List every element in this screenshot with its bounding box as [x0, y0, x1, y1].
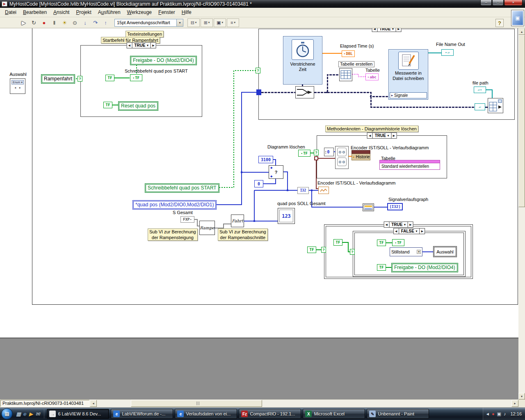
horizontal-scrollbar[interactable]: ◂ ▸ — [90, 400, 518, 407]
stillstand-enum-constant[interactable]: Stillstand ▾ — [390, 247, 422, 256]
case-next-icon[interactable]: ▶ — [151, 43, 156, 48]
reset-quad-pos-node[interactable]: Reset quad pos — [118, 101, 158, 111]
menu-item-ausführen[interactable]: Ausführen — [95, 8, 124, 16]
rampenfahrt-node[interactable]: Rampenfahrt — [41, 74, 75, 84]
case-next-icon[interactable]: ▶ — [420, 228, 425, 234]
case-next-icon[interactable]: ▶ — [396, 28, 401, 32]
write-measurement-file-express-vi[interactable]: Messwerte inDatei schreiben ▸ Signale — [388, 49, 428, 100]
menu-item-fenster[interactable]: Fenster — [155, 8, 178, 16]
reorder-button[interactable]: ≡▾ — [227, 18, 239, 27]
menu-item-projekt[interactable]: Projekt — [73, 8, 94, 16]
align-objects-button[interactable]: ⊟▾ — [187, 18, 200, 27]
path-pass-node[interactable]: ▱ — [475, 103, 485, 110]
step-into-button[interactable]: ↓ — [80, 18, 90, 27]
boolean-constant[interactable]: TF — [105, 75, 114, 81]
tray-chevron-icon[interactable]: ◀ — [486, 412, 489, 416]
case-prev-icon[interactable]: ◀ — [127, 43, 132, 48]
highlight-execution-button[interactable]: ☀ — [60, 18, 69, 27]
fxp-terminal[interactable]: FXP▸ — [180, 216, 194, 223]
minimize-button[interactable]: – — [480, 0, 492, 6]
chart-history-cluster[interactable] — [335, 146, 349, 169]
case-prev-icon[interactable]: ◀ — [394, 228, 399, 234]
historie-property-node[interactable]: ▸Historie — [352, 150, 370, 160]
merge-signals-node[interactable] — [295, 86, 314, 98]
menu-item-datei[interactable]: Datei — [2, 8, 20, 16]
case4-selector-terminal[interactable]: ? — [321, 247, 326, 253]
build-table-node[interactable] — [339, 68, 352, 81]
vi-icon[interactable]: ▣ — [511, 10, 524, 26]
quad-pos-node[interactable]: *quad pos (Mod2/DIO0,Mod2/DIO1) — [132, 200, 217, 210]
numeric-constant-0[interactable]: 0 — [254, 180, 263, 187]
case-selector[interactable]: ◀ TRUE▾ ▶ — [367, 132, 397, 139]
case3-reference-tunnel[interactable] — [314, 156, 318, 160]
security-icon[interactable]: ● — [492, 411, 495, 417]
internet-explorer-icon[interactable]: e — [23, 411, 26, 417]
case-selector[interactable]: ◀ TRUE▾ ▶ — [372, 28, 402, 32]
encoder-chart-terminal[interactable] — [318, 187, 329, 194]
taskbar-button-excel[interactable]: XMicrosoft Excel — [303, 409, 365, 419]
show-desktop-icon[interactable]: ▦ — [16, 411, 21, 417]
taskbar-button-filezilla[interactable]: FzCompactRIO - 192.1... — [239, 409, 301, 419]
index-spinner[interactable]: ▴▾ — [325, 150, 326, 154]
taskbar-button-labview[interactable]: →6 LabVIEW 8.6 Dev... — [47, 409, 109, 419]
scroll-right-button[interactable]: ▸ — [511, 400, 518, 407]
step-over-button[interactable]: ↷ — [91, 18, 100, 27]
case1-selector-terminal[interactable]: ? — [78, 76, 82, 82]
abort-button[interactable]: ● — [39, 18, 49, 27]
vertical-scrollbar-thumb[interactable] — [518, 35, 525, 207]
boolean-constant[interactable]: TF — [377, 264, 386, 271]
select-function[interactable]: ◆ ? ◆ — [269, 165, 283, 179]
font-selector[interactable]: 15pt Anwendungsschriftart ▾ — [114, 19, 183, 27]
boolean-constant[interactable]: TF — [333, 239, 342, 246]
run-button[interactable]: ▶ — [19, 18, 28, 27]
standard-wiederherstellen-method-node[interactable]: Standard wiederherstellen — [379, 160, 440, 170]
titlebar[interactable]: ▶ MyHostCode [MyHostCode.lvlib:MyHostCod… — [0, 0, 525, 8]
menu-item-ansicht[interactable]: Ansicht — [50, 8, 73, 16]
context-help-button[interactable]: ? — [495, 19, 504, 27]
case-next-icon[interactable]: ▶ — [408, 222, 413, 227]
distribute-objects-button[interactable]: ⊞▾ — [201, 18, 213, 27]
boolean-terminal[interactable]: ▸TF — [392, 239, 404, 246]
resize-objects-button[interactable]: ▣▾ — [214, 18, 226, 27]
boolean-constant[interactable]: TF — [103, 102, 112, 108]
case-prev-icon[interactable]: ◀ — [368, 133, 372, 138]
boolean-constant[interactable]: TF — [377, 240, 386, 246]
clock[interactable]: 12:16 — [510, 411, 522, 416]
horizontal-scrollbar-thumb[interactable] — [131, 400, 262, 407]
case-prev-icon[interactable]: ◀ — [372, 28, 377, 32]
taskbar-button-paint[interactable]: ✎Unbenannt - Paint — [367, 409, 429, 419]
boolean-constant[interactable]: TF — [307, 247, 316, 253]
case-prev-icon[interactable]: ◀ — [384, 222, 389, 227]
dbl-indicator-terminal[interactable]: ▸DBL — [342, 50, 355, 57]
case2-selector-terminal[interactable]: ? — [256, 68, 260, 73]
boolean-terminal[interactable]: ▸TF — [130, 74, 142, 81]
rampe-subvi[interactable]: Rampe — [199, 221, 215, 235]
run-continuous-button[interactable]: ↻ — [29, 18, 39, 27]
freigabe-do-node[interactable]: Freigabe - DO (Mod2/DIO4) — [130, 56, 197, 65]
numeric-constant-3100[interactable]: 3100 — [258, 156, 273, 163]
case-selector[interactable]: ◀ TRUE▾ ▶ — [126, 42, 156, 48]
retain-wire-values-button[interactable]: ⊙ — [70, 18, 80, 27]
media-player-icon[interactable]: ▶ — [29, 411, 33, 417]
case-selector[interactable]: ◀ FALSE▾ ▶ — [393, 228, 425, 234]
scroll-up-button[interactable]: ▴ — [518, 28, 525, 35]
quad-pos-soll-indicator[interactable]: 123 — [278, 208, 295, 224]
fahrt-subvi[interactable]: Fahrt — [231, 215, 244, 227]
email-icon[interactable]: ✉ — [36, 411, 40, 417]
history-array-constant[interactable]: ▴▾ 0 — [324, 148, 334, 156]
menu-item-werkzeuge[interactable]: Werkzeuge — [124, 8, 155, 16]
taskbar-button-internet-explorer-2[interactable]: eVerlaufsdaten von ei... — [175, 409, 237, 419]
case5-selector-terminal[interactable]: ? — [350, 249, 355, 255]
step-out-button[interactable]: ↑ — [101, 18, 110, 27]
freigabe-do-node[interactable]: Freigabe - DO (Mod2/DIO4) — [391, 263, 458, 272]
path-indicator-terminal[interactable]: ▸▱ — [441, 49, 454, 56]
case3-selector-terminal[interactable]: ? — [314, 150, 319, 155]
bundle-node[interactable] — [363, 203, 374, 211]
auswahl-enum-control[interactable]: Enum▾ ◂▸ — [10, 78, 25, 94]
menu-item-bearbeiten[interactable]: Bearbeiten — [20, 8, 50, 16]
path-control-terminal[interactable]: ▱▸ — [474, 87, 486, 93]
dropdown-icon[interactable]: ▾ — [176, 19, 183, 26]
diagramm-loeschen-terminal[interactable]: ▸TF — [298, 150, 310, 157]
start-button[interactable]: ⊞ — [1, 408, 13, 420]
write-spreadsheet-node[interactable] — [488, 98, 503, 113]
